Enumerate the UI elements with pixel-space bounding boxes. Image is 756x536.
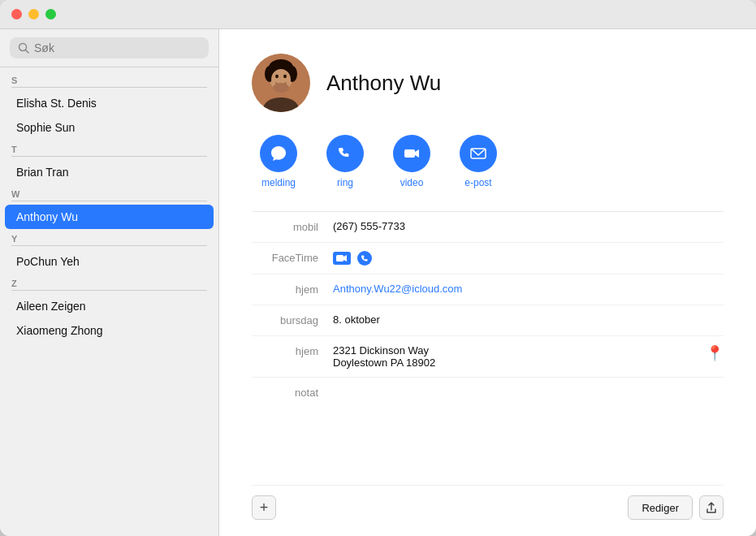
email-label: e-post [464,177,491,188]
share-button[interactable] [699,495,724,520]
section-divider-z [11,290,207,291]
contact-header: Anthony Wu [252,54,724,112]
mobile-label: mobil [252,220,333,233]
section-divider-t [11,156,207,157]
app-window: S Elisha St. Denis Sophie Sun T Brian Tr… [0,0,756,536]
message-label: melding [261,177,296,188]
note-label: notat [252,386,333,399]
title-bar [0,0,756,29]
detail-row-mobile: mobil (267) 555-7733 [252,212,724,243]
section-divider-y [11,245,207,246]
detail-row-facetime: FaceTime [252,243,724,274]
address-block: 2321 Dickinson WayDoylestown PA 18902 📍 [333,344,724,369]
video-icon [393,135,430,172]
contact-item-aileen[interactable]: Aileen Zeigen [5,294,214,318]
section-header-y: Y [0,229,218,245]
address-value[interactable]: 2321 Dickinson WayDoylestown PA 18902 [333,344,699,369]
facetime-phone-icon[interactable] [357,251,372,266]
svg-line-1 [26,50,29,54]
call-button[interactable]: ring [326,135,364,188]
search-bar [0,29,218,67]
facetime-video-icon[interactable] [333,252,351,265]
contact-name: Anthony Wu [326,71,441,96]
birthday-label: bursdag [252,313,333,326]
contact-item-elisha[interactable]: Elisha St. Denis [5,91,214,115]
section-header-t: T [0,140,218,156]
mobile-value[interactable]: (267) 555-7733 [333,220,724,232]
email-hjem-label: hjem [252,283,333,296]
detail-row-note: notat [252,378,724,408]
detail-row-email: hjem Anthony.Wu22@icloud.com [252,274,724,305]
message-button[interactable]: melding [260,135,297,188]
svg-rect-12 [404,149,415,158]
video-label: video [400,177,424,188]
birthday-value: 8. oktober [333,313,724,326]
search-icon [18,42,29,54]
call-label: ring [337,177,353,188]
search-input[interactable] [34,41,201,54]
section-header-s: S [0,71,218,87]
contact-item-anthony[interactable]: Anthony Wu [5,205,214,229]
minimize-button[interactable] [28,9,39,19]
share-icon [705,501,718,514]
section-divider-s [11,87,207,88]
svg-point-8 [275,75,279,78]
add-button[interactable]: + [252,495,276,520]
email-value[interactable]: Anthony.Wu22@icloud.com [333,283,724,295]
address-label: hjem [252,344,333,357]
email-icon [460,135,497,172]
video-button[interactable]: video [393,135,430,188]
add-icon: + [260,499,269,517]
maximize-button[interactable] [45,9,56,19]
edit-button[interactable]: Rediger [628,495,693,520]
svg-marker-13 [415,149,419,158]
close-button[interactable] [11,9,22,19]
section-header-w: W [0,184,218,201]
avatar-image [252,54,310,112]
avatar [252,54,310,112]
call-icon [326,135,364,172]
detail-row-birthday: bursdag 8. oktober [252,305,724,336]
action-buttons: melding ring [252,135,724,188]
sidebar: S Elisha St. Denis Sophie Sun T Brian Tr… [0,29,219,536]
svg-point-10 [273,83,289,93]
email-button[interactable]: e-post [460,135,497,188]
section-header-z: Z [0,274,218,290]
message-icon [260,135,297,172]
detail-row-address: hjem 2321 Dickinson WayDoylestown PA 189… [252,336,724,378]
svg-point-9 [283,75,287,78]
contact-item-sophie[interactable]: Sophie Sun [5,115,214,140]
contact-item-brian[interactable]: Brian Tran [5,160,214,184]
svg-marker-16 [343,255,347,262]
contact-item-xiaomeng[interactable]: Xiaomeng Zhong [5,318,214,343]
section-divider-w [11,201,207,201]
contact-detail-panel: Anthony Wu melding [219,29,756,536]
contact-list: S Elisha St. Denis Sophie Sun T Brian Tr… [0,67,218,536]
map-pin-icon[interactable]: 📍 [706,344,724,362]
facetime-label: FaceTime [252,251,333,264]
bottom-right-buttons: Rediger [628,495,724,520]
bottom-bar: + Rediger [252,485,724,520]
facetime-icons [333,251,372,266]
main-content: S Elisha St. Denis Sophie Sun T Brian Tr… [0,29,756,536]
search-input-wrap[interactable] [10,37,209,58]
contact-item-pochun[interactable]: PoChun Yeh [5,249,214,274]
svg-rect-15 [336,255,343,262]
contact-details: mobil (267) 555-7733 FaceTime [252,211,724,485]
